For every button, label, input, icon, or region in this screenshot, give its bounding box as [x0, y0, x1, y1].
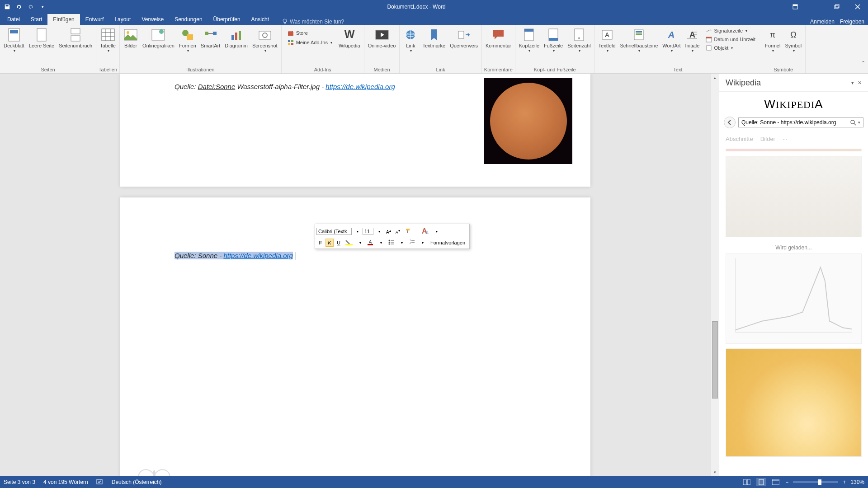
store-button[interactable]: Store: [284, 28, 335, 38]
mini-bullets[interactable]: [386, 238, 396, 247]
mini-fontcolor[interactable]: A: [365, 238, 375, 247]
onlinevideo-button[interactable]: Online-video: [366, 26, 398, 49]
view-web-layout[interactable]: [771, 478, 781, 486]
wiki-image-2[interactable]: [726, 253, 862, 344]
tab-ansicht[interactable]: Ansicht: [246, 14, 274, 25]
wiki-search-field[interactable]: ▾: [738, 117, 863, 127]
formen-button[interactable]: Formen▾: [177, 26, 198, 53]
wordart-button[interactable]: A WordArt▾: [660, 26, 682, 53]
textmarke-button[interactable]: Textmarke: [420, 26, 447, 49]
zoom-out[interactable]: −: [785, 479, 788, 485]
tell-me-search[interactable]: Was möchten Sie tun?: [282, 19, 344, 25]
deckblatt-button[interactable]: Deckblatt▾: [2, 26, 26, 53]
mini-size-dropdown[interactable]: ▾: [375, 229, 383, 235]
wiki-search-dropdown[interactable]: ▾: [858, 120, 860, 125]
fusszeile-button[interactable]: Fußzeile▾: [542, 26, 565, 53]
wiki-image-1[interactable]: [726, 156, 862, 237]
diagramm-button[interactable]: Diagramm: [223, 26, 250, 49]
wiki-search-input[interactable]: [741, 119, 850, 126]
document-scroll[interactable]: Quelle: Datei:Sonne Wasserstoff-alpha-Fi…: [0, 74, 711, 476]
meine-addins-button[interactable]: Meine Add-Ins ▾: [284, 38, 335, 47]
kopfzeile-button[interactable]: Kopfzeile▾: [517, 26, 541, 53]
bilder-button[interactable]: Bilder: [122, 26, 140, 49]
wiki-content[interactable]: Wird geladen...: [719, 145, 868, 476]
onlinegrafiken-button[interactable]: Onlinegrafiken: [141, 26, 176, 49]
collapse-ribbon-button[interactable]: ⌃: [861, 60, 865, 66]
initiale-button[interactable]: A Initiale▾: [683, 26, 701, 53]
mini-bullets-dropdown[interactable]: ▾: [398, 240, 406, 246]
seitenzahl-button[interactable]: # Seitenzahl▾: [566, 26, 592, 53]
mini-italic[interactable]: K: [326, 239, 334, 247]
tabelle-button[interactable]: Tabelle▾: [98, 26, 118, 53]
mini-numbering[interactable]: 12: [407, 238, 417, 247]
tab-file[interactable]: Datei: [2, 14, 25, 25]
tab-start[interactable]: Start: [25, 14, 47, 25]
textfeld-button[interactable]: A Textfeld▾: [597, 26, 618, 53]
zoom-thumb[interactable]: [818, 479, 821, 485]
mini-numbering-dropdown[interactable]: ▾: [419, 240, 427, 246]
mini-formatvorlagen[interactable]: Formatvorlagen: [428, 239, 468, 246]
mini-font-dropdown[interactable]: ▾: [354, 229, 362, 235]
p2-link[interactable]: https://de.wikipedia.org: [223, 252, 292, 259]
mini-fontcolor-dropdown[interactable]: ▾: [377, 240, 385, 246]
search-icon[interactable]: [850, 120, 856, 126]
view-read-mode[interactable]: [742, 478, 752, 486]
save-button[interactable]: [2, 1, 13, 12]
wiki-back-button[interactable]: [724, 117, 736, 128]
close-button[interactable]: [847, 0, 868, 14]
p1-link2[interactable]: https://de.wikipedia.org: [326, 83, 395, 90]
objekt-button[interactable]: Objekt ▾: [703, 44, 758, 52]
ribbon-display-options[interactable]: [785, 0, 806, 14]
zoom-in[interactable]: +: [843, 479, 846, 485]
mini-format-painter[interactable]: [403, 227, 413, 236]
mini-underline[interactable]: U: [335, 239, 343, 246]
mini-font-size[interactable]: [363, 228, 373, 235]
mini-grow-font[interactable]: A▴: [384, 227, 393, 235]
mini-bold[interactable]: F: [316, 239, 325, 246]
status-spellcheck[interactable]: [96, 479, 104, 486]
mini-styles-icon[interactable]: Aa: [416, 225, 431, 237]
view-print-layout[interactable]: [756, 478, 766, 486]
screenshot-button[interactable]: Screenshot▾: [250, 26, 279, 53]
zoom-slider[interactable]: [793, 481, 838, 483]
scroll-down-button[interactable]: ▾: [711, 468, 719, 476]
scroll-up-button[interactable]: ▴: [711, 74, 719, 82]
wikipedia-button[interactable]: W Wikipedia: [337, 26, 362, 49]
datumzeit-button[interactable]: Datum und Uhrzeit: [703, 35, 758, 43]
mini-highlight[interactable]: [344, 238, 354, 247]
seitenumbruch-button[interactable]: Seitenumbruch: [57, 26, 94, 49]
customize-qat[interactable]: ▾: [37, 1, 48, 12]
leere-seite-button[interactable]: Leere Seite: [27, 26, 56, 49]
wiki-pane-dropdown[interactable]: ▾: [851, 80, 854, 86]
wiki-pane-close[interactable]: ✕: [858, 80, 862, 86]
symbol-button[interactable]: Ω Symbol▾: [783, 26, 803, 53]
tab-verweise[interactable]: Verweise: [136, 14, 169, 25]
wiki-tab-abschnitte[interactable]: Abschnitte: [726, 136, 753, 142]
status-page[interactable]: Seite 3 von 3: [4, 479, 35, 485]
share-button[interactable]: Freigeben: [840, 19, 864, 25]
p1-link1[interactable]: Datei:Sonne: [198, 83, 236, 90]
undo-button[interactable]: [14, 1, 24, 12]
tab-ueberpruefen[interactable]: Überprüfen: [208, 14, 246, 25]
scroll-thumb[interactable]: [712, 321, 718, 399]
signin-link[interactable]: Anmelden: [810, 19, 835, 25]
mini-styles-dropdown[interactable]: ▾: [433, 229, 441, 235]
maximize-button[interactable]: [826, 0, 847, 14]
sun-image[interactable]: [484, 78, 572, 164]
tab-einfuegen[interactable]: Einfügen: [47, 14, 80, 25]
querverweis-button[interactable]: Querverweis: [448, 26, 480, 49]
status-language[interactable]: Deutsch (Österreich): [112, 479, 162, 485]
tab-entwurf[interactable]: Entwurf: [80, 14, 109, 25]
wiki-image-3[interactable]: [726, 348, 862, 457]
kommentar-button[interactable]: Kommentar: [484, 26, 513, 49]
selected-text[interactable]: Quelle: Sonne - https://de.wikipedia.org: [175, 252, 293, 259]
tab-layout[interactable]: Layout: [109, 14, 136, 25]
schnellbausteine-button[interactable]: Schnellbausteine▾: [618, 26, 660, 53]
mini-highlight-dropdown[interactable]: ▾: [356, 240, 364, 246]
tab-sendungen[interactable]: Sendungen: [169, 14, 208, 25]
wiki-tab-bilder[interactable]: Bilder: [760, 136, 775, 142]
mini-font-name[interactable]: [316, 228, 352, 235]
vertical-scrollbar[interactable]: ▴ ▾: [711, 74, 719, 476]
link-button[interactable]: Link▾: [401, 26, 420, 53]
formel-button[interactable]: π Formel▾: [763, 26, 782, 53]
